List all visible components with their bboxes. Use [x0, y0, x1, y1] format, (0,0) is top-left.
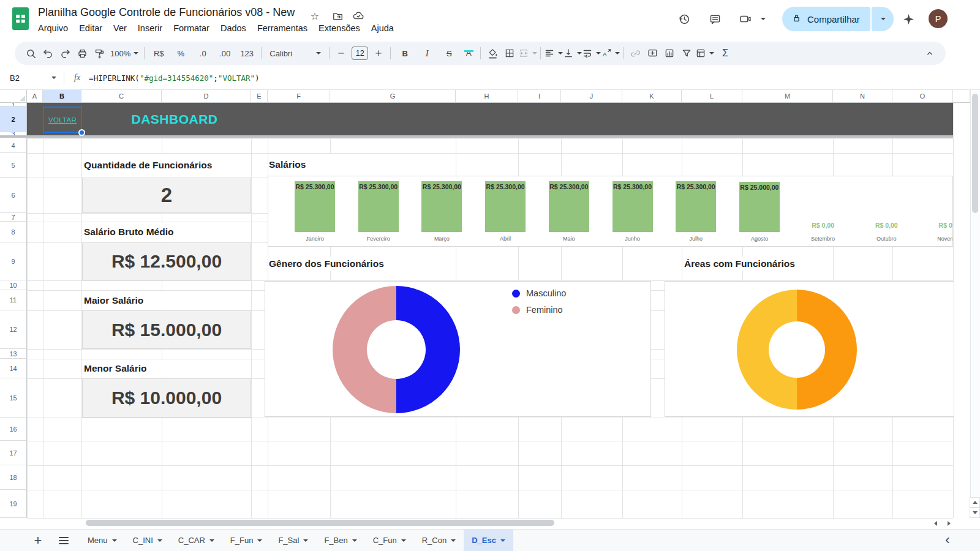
- comments-icon[interactable]: [706, 10, 723, 28]
- column-header-I[interactable]: I: [518, 90, 561, 103]
- row-header-7[interactable]: 7: [0, 213, 27, 222]
- sheet-tab-caret-icon[interactable]: [209, 539, 214, 542]
- document-title[interactable]: Planilha Google Controle de Funcionários…: [38, 6, 295, 19]
- name-box[interactable]: B2: [0, 73, 64, 83]
- column-header-J[interactable]: J: [561, 90, 622, 103]
- sheet-tab-r_con[interactable]: R_Con: [414, 530, 464, 551]
- column-header-D[interactable]: D: [162, 90, 251, 103]
- column-header-L[interactable]: L: [682, 90, 742, 103]
- row-header-6[interactable]: 6: [0, 178, 27, 213]
- sheet-tab-caret-icon[interactable]: [352, 539, 357, 542]
- menu-ajuda[interactable]: Ajuda: [366, 21, 399, 35]
- select-all-corner[interactable]: [0, 90, 27, 103]
- all-sheets-button[interactable]: [55, 530, 72, 551]
- redo-icon[interactable]: [56, 45, 74, 62]
- column-header-H[interactable]: H: [456, 90, 518, 103]
- menu-editar[interactable]: Editar: [74, 21, 108, 35]
- row-header-13[interactable]: 13: [0, 349, 27, 359]
- text-rotation-button[interactable]: A: [601, 45, 620, 62]
- menu-arquivo[interactable]: Arquivo: [32, 21, 74, 35]
- scroll-right-button[interactable]: [943, 519, 954, 528]
- sheet-tab-f_sal[interactable]: F_Sal: [270, 530, 316, 551]
- column-header-M[interactable]: M: [742, 90, 833, 103]
- gender-donut-chart[interactable]: [265, 281, 651, 417]
- borders-button[interactable]: [501, 45, 518, 62]
- insert-comment-button[interactable]: [644, 45, 661, 62]
- column-header-B[interactable]: B: [43, 90, 81, 103]
- sheets-logo[interactable]: [12, 7, 29, 30]
- areas-donut-chart[interactable]: [665, 281, 954, 417]
- vertical-align-button[interactable]: [563, 45, 582, 62]
- sheet-tab-f_ben[interactable]: F_Ben: [316, 530, 364, 551]
- sheet-tab-caret-icon[interactable]: [451, 539, 456, 542]
- insert-chart-button[interactable]: [661, 45, 678, 62]
- undo-icon[interactable]: [39, 45, 56, 62]
- sheet-tab-caret-icon[interactable]: [257, 539, 262, 542]
- sheet-tab-caret-icon[interactable]: [500, 539, 505, 542]
- sheet-tab-c_ini[interactable]: C_INI: [125, 530, 170, 551]
- sheet-tab-d_esc[interactable]: D_Esc: [464, 530, 513, 551]
- avatar[interactable]: P: [929, 9, 948, 28]
- column-header-A[interactable]: A: [27, 90, 43, 103]
- menu-extensões[interactable]: Extensões: [313, 21, 366, 35]
- meet-camera-icon[interactable]: [737, 10, 754, 28]
- salaries-bar-chart[interactable]: R$ 25.300,00JaneiroR$ 25.300,00Fevereiro…: [268, 176, 953, 247]
- vertical-scrollbar-thumb[interactable]: [972, 94, 978, 213]
- insert-link-button[interactable]: [627, 45, 644, 62]
- format-currency-button[interactable]: R$: [148, 45, 170, 62]
- text-color-button[interactable]: A: [460, 45, 477, 62]
- italic-button[interactable]: I: [416, 45, 438, 62]
- zoom-select[interactable]: 100%: [108, 45, 141, 62]
- increase-font-button[interactable]: [370, 45, 387, 62]
- column-header-F[interactable]: F: [268, 90, 330, 103]
- increase-decimal-button[interactable]: .00: [214, 45, 236, 62]
- bold-button[interactable]: B: [394, 45, 416, 62]
- strikethrough-button[interactable]: S: [438, 45, 460, 62]
- paint-format-icon[interactable]: [91, 45, 108, 62]
- row-header-18[interactable]: 18: [0, 465, 27, 490]
- fill-color-button[interactable]: [484, 45, 501, 62]
- menu-ver[interactable]: Ver: [108, 21, 132, 35]
- decrease-font-button[interactable]: [333, 45, 350, 62]
- horizontal-scrollbar-thumb[interactable]: [86, 520, 554, 526]
- text-wrap-button[interactable]: [582, 45, 601, 62]
- row-header-19[interactable]: 19: [0, 490, 27, 518]
- side-panel-toggle-icon[interactable]: ‹: [938, 529, 957, 551]
- row-header-12[interactable]: 12: [0, 310, 27, 349]
- column-header-C[interactable]: C: [81, 90, 162, 103]
- row-header-8[interactable]: 8: [0, 222, 27, 242]
- row-header-10[interactable]: 10: [0, 280, 27, 290]
- meet-caret-icon[interactable]: [757, 10, 767, 28]
- row-header-16[interactable]: 16: [0, 418, 27, 441]
- format-percent-button[interactable]: %: [170, 45, 192, 62]
- version-history-icon[interactable]: [676, 10, 693, 28]
- share-main[interactable]: Compartilhar: [782, 7, 870, 31]
- collapse-toolbar-icon[interactable]: [921, 45, 938, 62]
- filter-button[interactable]: [678, 45, 695, 62]
- row-header-4[interactable]: 4: [0, 138, 27, 153]
- add-sheet-button[interactable]: +: [29, 530, 47, 551]
- selection-handle[interactable]: [78, 129, 85, 136]
- share-button[interactable]: Compartilhar: [782, 7, 894, 31]
- print-icon[interactable]: [74, 45, 91, 62]
- row-header-14[interactable]: 14: [0, 359, 27, 378]
- sheet-tab-caret-icon[interactable]: [303, 539, 308, 542]
- selected-cell-b2[interactable]: VOLTAR: [43, 107, 82, 133]
- sheet-tab-caret-icon[interactable]: [401, 539, 406, 542]
- column-header-partial[interactable]: [953, 90, 970, 103]
- back-link[interactable]: VOLTAR: [48, 116, 77, 124]
- sheet-tab-c_fun[interactable]: C_Fun: [365, 530, 414, 551]
- menu-inserir[interactable]: Inserir: [132, 21, 168, 35]
- row-header-15[interactable]: 15: [0, 378, 27, 418]
- column-header-E[interactable]: E: [251, 90, 268, 103]
- row-header-2[interactable]: 2: [0, 107, 27, 132]
- menu-formatar[interactable]: Formatar: [168, 21, 215, 35]
- horizontal-align-button[interactable]: [544, 45, 563, 62]
- scroll-down-button[interactable]: [970, 508, 980, 518]
- menu-ferramentas[interactable]: Ferramentas: [252, 21, 313, 35]
- column-header-K[interactable]: K: [622, 90, 682, 103]
- sheet-tab-f_fun[interactable]: F_Fun: [222, 530, 271, 551]
- search-icon[interactable]: [22, 45, 39, 62]
- row-header-5[interactable]: 5: [0, 153, 27, 178]
- column-header-O[interactable]: O: [892, 90, 953, 103]
